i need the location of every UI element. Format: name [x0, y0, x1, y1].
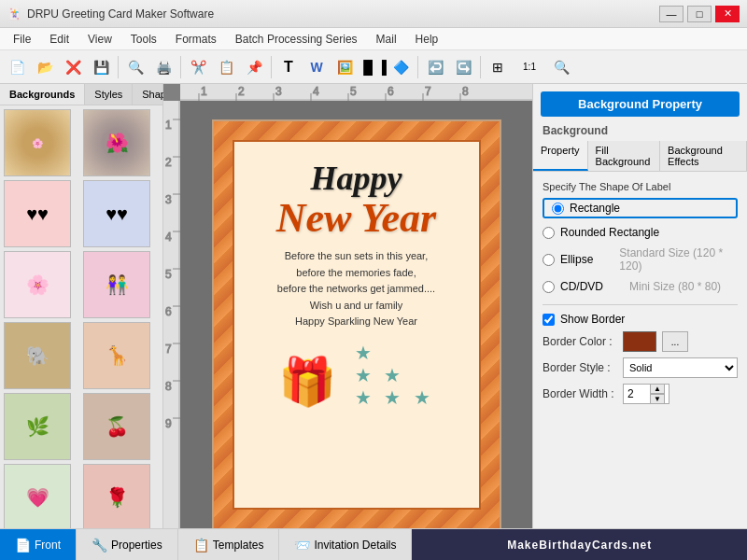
border-color-picker-button[interactable]: ...: [662, 331, 688, 352]
ellipse-side-options: Standard Size (120 * 120): [619, 246, 738, 273]
tb-paste[interactable]: 📌: [241, 54, 267, 80]
border-color-label: Border Color :: [543, 335, 617, 348]
tab-properties[interactable]: 🔧 Properties: [77, 529, 178, 560]
shape-rounded-rect-option[interactable]: Rounded Rectangle: [543, 226, 738, 239]
border-color-row: Border Color : ...: [543, 331, 738, 352]
card-body-text: Before the sun sets in this year,before …: [277, 248, 435, 330]
subtab-property[interactable]: Property: [533, 141, 588, 171]
canvas-wrapper[interactable]: Happy New Year Before the sun sets in th…: [180, 101, 532, 528]
tb-barcode[interactable]: ▐▌▐: [359, 54, 386, 80]
svg-text:3: 3: [275, 85, 282, 98]
tab-front[interactable]: 📄 Front: [0, 529, 77, 560]
tab-backgrounds[interactable]: Backgrounds: [0, 84, 85, 105]
thumbnail-item[interactable]: 🌿: [4, 393, 71, 460]
subtab-background-effects[interactable]: Background Effects: [660, 141, 747, 171]
standard-size-option: Standard Size (120 * 120): [619, 246, 738, 273]
menu-view[interactable]: View: [78, 30, 121, 49]
tb-undo[interactable]: ↩️: [422, 54, 448, 80]
menu-edit[interactable]: Edit: [40, 30, 78, 49]
tb-cut[interactable]: ✂️: [185, 54, 211, 80]
shape-ellipse-radio[interactable]: [543, 254, 555, 266]
tb-redo[interactable]: ↪️: [450, 54, 476, 80]
tb-close[interactable]: ❌: [60, 54, 86, 80]
svg-text:8: 8: [165, 380, 172, 393]
thumbnail-item[interactable]: 🦒: [83, 322, 150, 389]
thumbnail-item[interactable]: 👫: [83, 251, 150, 318]
tb-text[interactable]: T: [275, 54, 302, 80]
thumbnail-item[interactable]: 🐘: [4, 322, 71, 389]
maximize-button[interactable]: □: [687, 6, 712, 22]
tb-grid[interactable]: ⊞: [485, 54, 511, 80]
thumbnail-item[interactable]: 🌸: [4, 251, 71, 318]
spin-down[interactable]: ▼: [650, 394, 665, 404]
tb-image[interactable]: 🖼️: [331, 54, 358, 80]
horizontal-ruler: 1 2 3 4 5 6 7 8: [180, 84, 532, 101]
close-button[interactable]: ✕: [715, 6, 740, 22]
tb-zoom-1to1[interactable]: 1:1: [513, 54, 546, 80]
thumbnail-item[interactable]: 💗: [4, 464, 71, 528]
menu-mail[interactable]: Mail: [367, 30, 406, 49]
subtab-fill-background[interactable]: Fill Background: [588, 141, 660, 171]
card-newyear-text: New Year: [276, 198, 437, 239]
ellipse-row: Ellipse Standard Size (120 * 120): [543, 246, 738, 273]
border-color-swatch[interactable]: [623, 331, 656, 352]
shape-cddvd-option[interactable]: CD/DVD: [543, 280, 603, 293]
tb-print-preview[interactable]: 🔍: [122, 54, 148, 80]
tab-styles[interactable]: Styles: [85, 84, 133, 105]
main-area: Backgrounds Styles Shapes 🌸 🌺 ♥♥ ♥♥ 🌸 👫 …: [0, 84, 747, 528]
svg-text:2: 2: [238, 85, 245, 98]
thumbnail-item[interactable]: 🌸: [4, 109, 71, 176]
thumbnail-item[interactable]: ♥♥: [83, 180, 150, 247]
card-canvas: Happy New Year Before the sun sets in th…: [212, 119, 501, 528]
thumbnail-item[interactable]: 🌹: [83, 464, 150, 528]
shape-rounded-rect-radio[interactable]: [543, 227, 555, 239]
tab-invitation[interactable]: 📨 Invitation Details: [279, 529, 412, 560]
border-width-row: Border Width : 2 ▲ ▼: [543, 384, 738, 404]
shape-rectangle-radio[interactable]: [552, 203, 564, 215]
background-subtitle: Background: [533, 124, 747, 141]
tb-wordart[interactable]: W: [303, 54, 330, 80]
shape-cddvd-radio[interactable]: [543, 281, 555, 293]
svg-text:1: 1: [201, 85, 207, 98]
templates-tab-label: Templates: [213, 539, 264, 552]
thumbnail-item[interactable]: 🍒: [83, 393, 150, 460]
vertical-ruler: 1 2 3 4 5 6 7 8 9: [163, 101, 180, 528]
toolbar: 📄 📂 ❌ 💾 🔍 🖨️ ✂️ 📋 📌 T W 🖼️ ▐▌▐ 🔷 ↩️ ↪️ ⊞…: [0, 50, 747, 84]
tb-sep-1: [118, 56, 119, 78]
menubar: File Edit View Tools Formats Batch Proce…: [0, 28, 747, 50]
front-tab-label: Front: [35, 539, 61, 552]
tb-new[interactable]: 📄: [4, 54, 30, 80]
show-border-row[interactable]: Show Border: [543, 313, 738, 326]
border-style-select[interactable]: Solid Dashed Dotted: [623, 357, 738, 378]
tb-open[interactable]: 📂: [32, 54, 58, 80]
shape-ellipse-option[interactable]: Ellipse: [543, 246, 593, 273]
titlebar-controls: — □ ✕: [659, 6, 740, 22]
tb-print[interactable]: 🖨️: [150, 54, 176, 80]
menu-tools[interactable]: Tools: [121, 30, 166, 49]
background-property-title: Background Property: [541, 91, 740, 117]
svg-text:3: 3: [165, 193, 172, 206]
tb-zoom-in[interactable]: 🔍: [548, 54, 574, 80]
thumbnails-grid: 🌸 🌺 ♥♥ ♥♥ 🌸 👫 🐘 🦒 🌿 🍒 💗 🌹: [0, 105, 162, 528]
svg-text:6: 6: [165, 305, 172, 318]
thumbnail-item[interactable]: ♥♥: [4, 180, 71, 247]
spin-arrows: ▲ ▼: [650, 384, 665, 404]
thumbnail-item[interactable]: 🌺: [83, 109, 150, 176]
tb-copy[interactable]: 📋: [213, 54, 239, 80]
tab-templates[interactable]: 📋 Templates: [178, 529, 280, 560]
menu-file[interactable]: File: [4, 30, 40, 49]
tb-save[interactable]: 💾: [88, 54, 114, 80]
watermark-text: MakeBirthdayCards.net: [507, 539, 652, 552]
svg-text:1: 1: [165, 119, 172, 132]
app-icon: 🃏: [7, 7, 21, 21]
shape-rectangle-option[interactable]: Rectangle: [543, 198, 738, 218]
minimize-button[interactable]: —: [659, 6, 684, 22]
menu-batch[interactable]: Batch Processing Series: [226, 30, 367, 49]
spin-up[interactable]: ▲: [650, 384, 665, 394]
border-width-label: Border Width :: [543, 387, 617, 400]
menu-help[interactable]: Help: [406, 30, 448, 49]
tb-sep-2: [180, 56, 181, 78]
menu-formats[interactable]: Formats: [166, 30, 226, 49]
tb-shape[interactable]: 🔷: [388, 54, 414, 80]
show-border-checkbox[interactable]: [543, 314, 555, 326]
